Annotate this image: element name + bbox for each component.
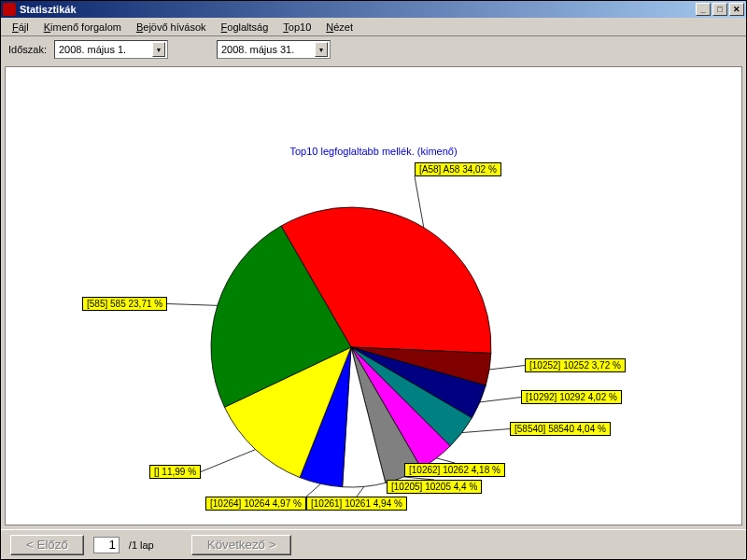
page-input[interactable] [93,537,120,553]
maximize-button[interactable]: □ [712,3,727,16]
pie-callout-label: [10262] 10262 4,18 % [404,463,505,477]
date-to-value: 2008. május 31. [221,44,311,55]
svg-line-7 [306,483,320,497]
close-button[interactable]: ✕ [729,3,744,16]
pie-callout-label: [10252] 10252 3,72 % [525,358,626,372]
pie-callout-label: [10264] 10264 4,97 % [205,497,306,511]
chart-panel: Top10 legfoglaltabb mellék. (kimenő) [A5… [5,66,742,525]
period-label: Időszak: [8,44,49,55]
svg-line-8 [201,450,256,472]
next-button[interactable]: Következő > [191,535,292,555]
menu-foglalt[interactable]: Foglaltság [214,20,276,35]
svg-line-2 [480,398,521,402]
page-suffix: /1 lap [129,539,154,551]
menubar: Fájl Kimenő forgalom Bejövő hívások Fogl… [1,18,746,36]
svg-line-0 [415,176,424,228]
chevron-down-icon[interactable]: ▾ [315,42,328,57]
svg-line-1 [489,366,525,370]
menu-file[interactable]: Fájl [5,20,36,35]
menu-kimeno[interactable]: Kimenő forgalom [36,20,129,35]
pie-callout-label: [58540] 58540 4,04 % [510,422,611,436]
chevron-down-icon[interactable]: ▾ [152,42,165,57]
app-icon [3,3,16,16]
titlebar: Statisztikák _ □ ✕ [1,1,746,18]
svg-line-9 [167,304,218,306]
svg-line-6 [357,486,364,497]
date-from-dropdown[interactable]: 2008. május 1. ▾ [54,40,168,59]
pie-callout-label: [10292] 10292 4,02 % [521,390,622,404]
window-title: Statisztikák [20,4,694,15]
pie-callout-label: [10205] 10205 4,4 % [387,480,482,494]
pie-callout-label: [585] 585 23,71 % [82,297,167,311]
prev-button[interactable]: < Előző [10,535,84,555]
pie-callout-label: [A58] A58 34,02 % [415,162,501,176]
menu-bejovo[interactable]: Bejövő hívások [129,20,214,35]
menu-top10[interactable]: Top10 [275,20,318,35]
date-from-value: 2008. május 1. [59,44,148,55]
minimize-button[interactable]: _ [696,3,711,16]
pie-callout-label: [] 11,99 % [149,465,201,479]
toolbar: Időszak: 2008. május 1. ▾ 2008. május 31… [1,36,746,63]
svg-line-3 [462,429,510,433]
pie-callout-label: [10261] 10261 4,94 % [306,497,407,511]
date-to-dropdown[interactable]: 2008. május 31. ▾ [217,40,331,59]
menu-nezet[interactable]: Nézet [318,20,360,35]
